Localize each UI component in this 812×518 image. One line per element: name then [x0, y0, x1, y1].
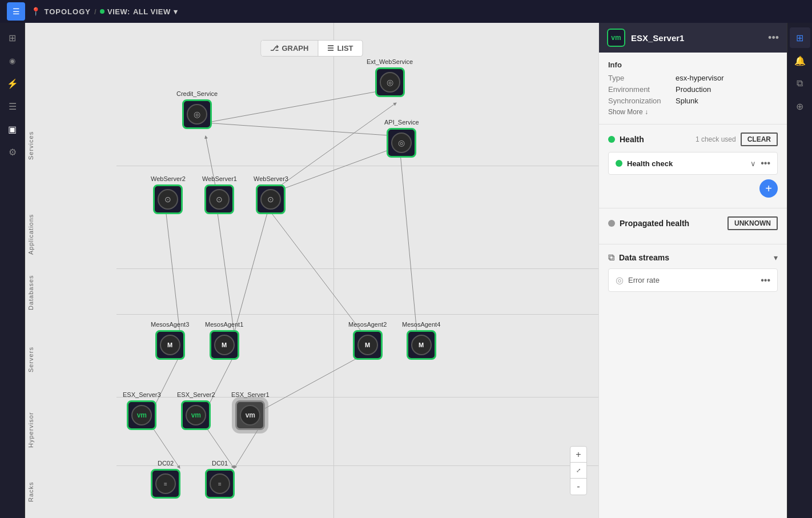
node-webserver3[interactable]: WebServer3 ⊙: [254, 175, 288, 214]
sidebar-icon-square[interactable]: ▣: [2, 119, 23, 139]
node-dc01[interactable]: DC01 ≡: [205, 460, 235, 499]
node-inner-mesos-agent1: M: [214, 335, 235, 355]
node-inner-ext-webservice: ◎: [380, 72, 400, 93]
node-label-dc01: DC01: [212, 460, 228, 467]
health-check-status-dot: [616, 160, 622, 167]
far-sidebar-globe-icon[interactable]: ⊕: [790, 96, 810, 117]
far-sidebar-bell-icon[interactable]: 🔔: [790, 50, 810, 71]
panel-vm-icon: vm: [611, 34, 621, 42]
node-box-esx-server2: vm: [181, 400, 211, 430]
node-webserver1[interactable]: WebServer1 ⊙: [202, 175, 237, 214]
node-box-webserver1: ⊙: [204, 184, 234, 214]
health-section-title: Health: [620, 135, 690, 144]
node-label-mesos-agent4: MesosAgent4: [402, 321, 440, 328]
node-mesos-agent2[interactable]: MesosAgent2 M: [348, 321, 387, 360]
stream-row-error-rate: ◎ Error rate •••: [608, 268, 778, 292]
graph-view-button[interactable]: ⎇ GRAPH: [261, 41, 318, 56]
sidebar-icon-lightning[interactable]: ⚡: [2, 73, 23, 94]
main-layout: ⊞ ◉ ⚡ ☰ ▣ ⚙ ⎇ GRAPH ☰ LIST: [0, 23, 812, 518]
info-row-environment: Environment Production: [608, 85, 778, 94]
node-mesos-agent1[interactable]: MesosAgent1 M: [205, 321, 243, 360]
health-check-menu-button[interactable]: •••: [761, 158, 770, 168]
sidebar-icon-eye[interactable]: ◉: [2, 50, 23, 71]
zoom-in-button[interactable]: +: [570, 447, 586, 463]
top-nav: ☰ 📍 TOPOLOGY / VIEW: ALL VIEW ▾: [0, 0, 812, 23]
zoom-fit-button[interactable]: ⤢: [570, 463, 586, 479]
far-sidebar-topology-icon[interactable]: ⊞: [790, 27, 810, 48]
pin-icon: 📍: [31, 7, 41, 16]
list-label: LIST: [337, 44, 353, 53]
hypervisor-layer-label: Hypervisor: [25, 397, 37, 463]
node-esx-server2[interactable]: ESX_Server2 vm: [177, 391, 215, 430]
health-header: Health 1 check used CLEAR: [608, 132, 778, 146]
node-box-dc01: ≡: [205, 469, 235, 499]
info-row-type: Type esx-hypervisor: [608, 74, 778, 82]
node-esx-server3[interactable]: ESX_Server3 vm: [123, 391, 161, 430]
sidebar-icon-settings[interactable]: ⚙: [2, 142, 23, 162]
svg-line-8: [268, 209, 363, 333]
node-mesos-agent4[interactable]: MesosAgent4 M: [402, 321, 440, 360]
node-ext-webservice[interactable]: Ext_WebService ◎: [367, 58, 413, 97]
node-esx-server1[interactable]: ESX_Server1 vm: [231, 391, 270, 430]
show-more-button[interactable]: Show More ↓: [608, 108, 648, 116]
node-webserver2[interactable]: WebServer2 ⊙: [151, 175, 186, 214]
stream-menu-button[interactable]: •••: [761, 275, 770, 286]
data-streams-section: ⧉ Data streams ▾ ◎ Error rate •••: [599, 244, 787, 300]
zoom-controls: + ⤢ -: [570, 446, 587, 495]
databases-layer-label: Databases: [25, 271, 37, 314]
zoom-out-button[interactable]: -: [570, 479, 586, 495]
hamburger-menu-button[interactable]: ☰: [7, 2, 25, 21]
propagated-status-button[interactable]: UNKNOWN: [727, 216, 778, 230]
info-key-synchronization: Synchronization: [608, 97, 671, 105]
view-name: ALL VIEW: [133, 7, 171, 16]
add-health-check-button[interactable]: +: [759, 179, 778, 198]
svg-line-1: [206, 123, 396, 136]
grid-line-3: [116, 314, 598, 315]
panel-header: vm ESX_Server1 •••: [599, 23, 787, 53]
info-key-type: Type: [608, 74, 671, 82]
node-inner-credit-service: ◎: [187, 104, 207, 125]
sidebar-icon-list[interactable]: ☰: [2, 96, 23, 117]
info-key-environment: Environment: [608, 85, 671, 94]
topology-label: TOPOLOGY: [45, 7, 91, 16]
streams-toggle-button[interactable]: ▾: [774, 253, 778, 262]
far-sidebar-layers-icon[interactable]: ⧉: [790, 73, 810, 94]
topology-canvas[interactable]: ⎇ GRAPH ☰ LIST Services Applications Dat…: [25, 23, 598, 518]
grid-lines: [25, 23, 598, 518]
health-check-expand-button[interactable]: ∨: [750, 159, 756, 168]
list-icon: ☰: [327, 44, 334, 53]
svg-line-12: [260, 355, 363, 411]
panel-menu-button[interactable]: •••: [768, 32, 779, 44]
stream-item-label: Error rate: [628, 276, 756, 284]
node-box-esx-server3: vm: [127, 400, 156, 430]
node-box-mesos-agent1: M: [210, 330, 239, 360]
node-api-service[interactable]: API_Service ◎: [384, 119, 419, 158]
chevron-down-icon: ▾: [174, 7, 178, 16]
health-clear-button[interactable]: CLEAR: [741, 132, 778, 146]
node-label-webserver1: WebServer1: [202, 175, 237, 182]
node-inner-dc01: ≡: [210, 473, 230, 494]
racks-layer-label: Racks: [25, 465, 37, 518]
node-credit-service[interactable]: Credit_Service ◎: [176, 90, 218, 129]
list-view-button[interactable]: ☰ LIST: [318, 41, 362, 56]
panel-title: ESX_Server1: [631, 33, 762, 43]
node-inner-esx-server2: vm: [186, 405, 206, 425]
right-panel: vm ESX_Server1 ••• Info Type esx-hypervi…: [598, 23, 787, 518]
node-dc02[interactable]: DC02 ≡: [151, 460, 180, 499]
node-mesos-agent3[interactable]: MesosAgent3 M: [151, 321, 189, 360]
graph-icon: ⎇: [270, 44, 279, 53]
info-value-environment: Production: [676, 85, 711, 94]
sidebar-icon-grid[interactable]: ⊞: [2, 27, 23, 48]
node-label-credit-service: Credit_Service: [176, 90, 218, 97]
view-selector-button[interactable]: VIEW: ALL VIEW ▾: [100, 7, 178, 16]
grid-line-5: [116, 465, 598, 466]
propagated-health-title: Propagated health: [620, 219, 723, 228]
grid-line-v1: [333, 23, 334, 518]
health-check-name: Health check: [627, 159, 746, 168]
stream-item-icon: ◎: [616, 275, 624, 286]
health-status-dot: [608, 136, 615, 143]
node-inner-api-service: ◎: [391, 132, 412, 153]
servers-layer-label: Servers: [25, 326, 37, 394]
propagated-health-section: Propagated health UNKNOWN: [599, 208, 787, 244]
left-sidebar: ⊞ ◉ ⚡ ☰ ▣ ⚙: [0, 23, 25, 518]
